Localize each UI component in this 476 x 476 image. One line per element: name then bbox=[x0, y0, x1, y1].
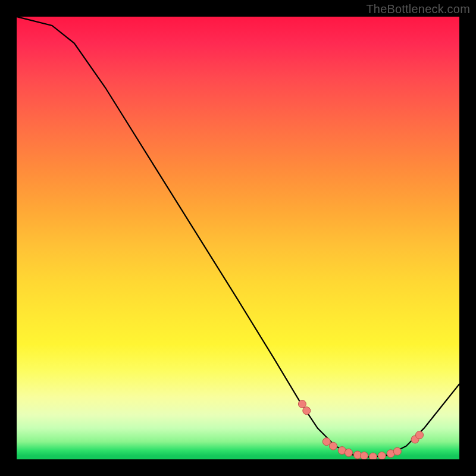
data-marker bbox=[298, 400, 306, 408]
data-marker bbox=[361, 452, 368, 460]
data-marker bbox=[303, 407, 311, 415]
data-marker bbox=[330, 442, 337, 450]
chart-frame: TheBottleneck.com bbox=[0, 0, 476, 476]
chart-svg bbox=[17, 17, 459, 459]
data-marker bbox=[416, 431, 424, 439]
attribution-text: TheBottleneck.com bbox=[366, 2, 470, 16]
plot-area bbox=[17, 17, 459, 459]
bottleneck-curve bbox=[17, 17, 459, 457]
data-markers bbox=[298, 400, 423, 460]
data-marker bbox=[345, 449, 353, 456]
data-marker bbox=[378, 452, 386, 460]
data-marker bbox=[369, 453, 377, 459]
data-marker bbox=[322, 438, 330, 446]
data-marker bbox=[393, 447, 401, 455]
